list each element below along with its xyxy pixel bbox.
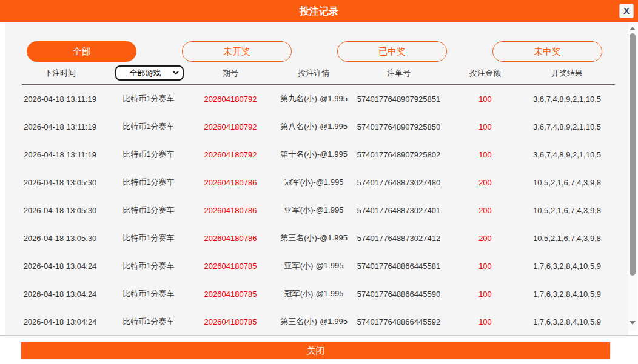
cell-game: 比特币1分赛车 — [115, 288, 182, 299]
cell-order-no: 5740177648866445581 — [349, 262, 449, 271]
cell-order-no: 5740177648907925850 — [349, 122, 449, 131]
cell-bet-time: 2026-04-18 13:11:19 — [5, 122, 115, 131]
modal-titlebar: 投注记录 X — [0, 0, 638, 22]
cell-detail: 冠军(小)-@1.995 — [279, 177, 349, 188]
vertical-scrollbar[interactable] — [628, 23, 637, 331]
scroll-up-arrow-icon[interactable] — [630, 27, 636, 30]
records-list: 2026-04-18 13:11:19 比特币1分赛车 202604180792… — [5, 85, 628, 336]
cell-bet-time: 2026-04-18 13:11:19 — [5, 150, 115, 159]
page-title: 投注记录 — [0, 0, 638, 22]
cell-result: 10,5,2,1,6,7,4,3,9,8 — [522, 234, 613, 243]
cell-game: 比特币1分赛车 — [115, 233, 182, 243]
cell-detail: 第十名(小)-@1.995 — [279, 149, 349, 160]
cell-amount: 200 — [449, 206, 522, 215]
cell-game: 比特币1分赛车 — [115, 121, 182, 132]
records-panel: 全部 未开奖 已中奖 未中奖 下注时间 全部游戏 期号 投注详情 注单号 投注金 — [5, 22, 628, 335]
cell-game: 比特币1分赛车 — [115, 316, 182, 327]
cell-result: 10,5,2,1,6,7,4,3,9,8 — [522, 178, 613, 187]
cell-detail: 第三名(小)-@1.995 — [279, 233, 349, 243]
cell-period: 202604180785 — [182, 317, 279, 326]
cell-amount: 100 — [449, 150, 522, 159]
cell-bet-time: 2026-04-18 13:04:24 — [5, 317, 115, 326]
cell-amount: 100 — [449, 290, 522, 299]
cell-bet-time: 2026-04-18 13:04:24 — [5, 262, 115, 271]
cell-period: 202604180785 — [182, 290, 279, 299]
cell-game: 比特币1分赛车 — [115, 177, 182, 188]
cell-result: 3,6,7,4,8,9,2,1,10,5 — [522, 122, 613, 131]
cell-detail: 亚军(小)-@1.995 — [279, 260, 349, 271]
cell-result: 3,6,7,4,8,9,2,1,10,5 — [522, 150, 613, 159]
header-amount: 投注金额 — [449, 68, 522, 79]
table-row: 2026-04-18 13:11:19 比特币1分赛车 202604180792… — [5, 141, 628, 168]
table-row: 2026-04-18 13:05:30 比特币1分赛车 202604180786… — [5, 168, 628, 196]
cell-amount: 100 — [449, 262, 522, 271]
cell-order-no: 5740177648907925802 — [349, 150, 449, 159]
table-row: 2026-04-18 13:11:19 比特币1分赛车 202604180792… — [5, 85, 628, 113]
table-row: 2026-04-18 13:04:24 比特币1分赛车 202604180785… — [5, 280, 628, 308]
close-button[interactable]: 关闭 — [21, 342, 610, 359]
cell-order-no: 5740177648866445590 — [349, 290, 449, 299]
header-result: 开奖结果 — [522, 68, 613, 79]
cell-period: 202604180786 — [182, 206, 279, 215]
scrollbar-thumb[interactable] — [630, 33, 636, 276]
tab-not-won[interactable]: 未中奖 — [492, 41, 602, 62]
cell-period: 202604180786 — [182, 234, 279, 243]
modal-footer: 关闭 — [0, 335, 638, 364]
cell-detail: 亚军(小)-@1.995 — [279, 205, 349, 216]
cell-order-no: 5740177648873027412 — [349, 234, 449, 243]
header-game-filter: 全部游戏 — [115, 65, 182, 81]
cell-amount: 100 — [449, 317, 522, 326]
header-order-no: 注单号 — [349, 68, 449, 79]
cell-order-no: 5740177648873027401 — [349, 206, 449, 215]
table-row: 2026-04-18 13:04:24 比特币1分赛车 202604180785… — [5, 252, 628, 280]
cell-detail: 第八名(小)-@1.995 — [279, 121, 349, 132]
cell-result: 10,5,2,1,6,7,4,3,9,8 — [522, 206, 613, 215]
close-x-button[interactable]: X — [619, 4, 634, 18]
cell-bet-time: 2026-04-18 13:05:30 — [5, 206, 115, 215]
cell-result: 1,7,6,3,2,8,4,10,5,9 — [522, 317, 613, 326]
tab-all[interactable]: 全部 — [27, 41, 136, 62]
cell-period: 202604180786 — [182, 178, 279, 187]
tab-not-drawn[interactable]: 未开奖 — [182, 41, 292, 62]
cell-bet-time: 2026-04-18 13:11:19 — [5, 94, 115, 104]
cell-game: 比特币1分赛车 — [115, 149, 182, 160]
cell-order-no: 5740177648873027480 — [349, 178, 449, 187]
scroll-down-arrow-icon[interactable] — [630, 321, 636, 325]
betting-records-modal: 投注记录 X 全部 未开奖 已中奖 未中奖 下注时间 全部游戏 — [0, 0, 638, 364]
table-row: 2026-04-18 13:05:30 比特币1分赛车 202604180786… — [5, 224, 628, 252]
cell-period: 202604180792 — [182, 122, 279, 131]
cell-bet-time: 2026-04-18 13:05:30 — [5, 178, 115, 187]
cell-result: 3,6,7,4,8,9,2,1,10,5 — [522, 94, 613, 104]
cell-amount: 200 — [449, 234, 522, 243]
header-detail: 投注详情 — [279, 68, 349, 79]
cell-amount: 100 — [449, 94, 522, 104]
cell-detail: 第九名(小)-@1.995 — [279, 93, 349, 104]
cell-result: 1,7,6,3,2,8,4,10,5,9 — [522, 262, 613, 271]
table-row: 2026-04-18 13:05:30 比特币1分赛车 202604180786… — [5, 196, 628, 224]
cell-bet-time: 2026-04-18 13:04:24 — [5, 290, 115, 299]
tab-won[interactable]: 已中奖 — [337, 41, 447, 62]
table-header-row: 下注时间 全部游戏 期号 投注详情 注单号 投注金额 开奖结果 — [5, 62, 628, 84]
cell-order-no: 5740177648907925851 — [349, 94, 449, 104]
cell-amount: 200 — [449, 178, 522, 187]
game-select[interactable]: 全部游戏 — [115, 65, 184, 81]
header-bet-time: 下注时间 — [5, 68, 115, 79]
cell-bet-time: 2026-04-18 13:05:30 — [5, 234, 115, 243]
cell-period: 202604180785 — [182, 262, 279, 271]
cell-order-no: 5740177648866445592 — [349, 317, 449, 326]
cell-result: 1,7,6,3,2,8,4,10,5,9 — [522, 290, 613, 299]
table-row: 2026-04-18 13:04:24 比特币1分赛车 202604180785… — [5, 308, 628, 336]
cell-detail: 冠军(小)-@1.995 — [279, 288, 349, 299]
cell-game: 比特币1分赛车 — [115, 93, 182, 104]
cell-game: 比特币1分赛车 — [115, 205, 182, 216]
cell-amount: 100 — [449, 122, 522, 131]
table-row: 2026-04-18 13:11:19 比特币1分赛车 202604180792… — [5, 113, 628, 141]
cell-period: 202604180792 — [182, 94, 279, 104]
cell-game: 比特币1分赛车 — [115, 260, 182, 271]
game-select-wrap: 全部游戏 — [115, 65, 184, 81]
filter-tabs: 全部 未开奖 已中奖 未中奖 — [5, 22, 628, 62]
cell-period: 202604180792 — [182, 150, 279, 159]
cell-detail: 第三名(小)-@1.995 — [279, 316, 349, 327]
header-period: 期号 — [182, 68, 279, 79]
